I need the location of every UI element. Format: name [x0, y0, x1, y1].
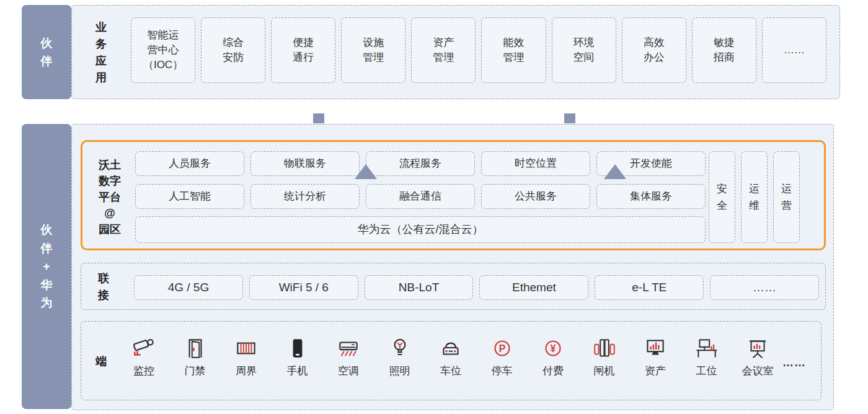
payment-yuan-icon: ¥	[540, 335, 566, 361]
connect-box-4g5g: 4G / 5G	[134, 275, 243, 300]
door-access-icon	[182, 335, 208, 361]
workstation-desk-icon	[694, 335, 720, 361]
app-box-asset: 资产 管理	[411, 17, 476, 83]
terminal-item: 会议室	[737, 335, 778, 378]
digital-platform-label: 沃土 数字 平台 @ 园区	[91, 151, 128, 244]
terminal-item-label: 监控	[133, 364, 154, 378]
terminal-item-label: 资产	[645, 364, 666, 378]
platform-box-personnel: 人员服务	[135, 151, 244, 176]
terminal-item: 照明	[379, 335, 420, 378]
terminal-item-label: 车位	[440, 364, 461, 378]
platform-box-geo: 时空位置	[481, 151, 590, 176]
connectivity-label: 联 接	[91, 269, 116, 305]
terminal-item: 周界	[226, 335, 267, 378]
app-box-facility: 设施 管理	[341, 17, 405, 83]
terminal-item-label: 照明	[389, 364, 410, 378]
terminal-item: 闸机	[584, 335, 625, 378]
pillar-operations: 运 维	[741, 151, 768, 243]
terminal-item-label: 门禁	[185, 364, 206, 378]
terminal-item-label: 会议室	[742, 364, 774, 378]
app-box-environment: 环境 空间	[552, 17, 616, 83]
parking-sign-icon: P	[489, 335, 515, 361]
platform-box-ai: 人工智能	[135, 184, 244, 209]
terminal-more-ellipsis: ……	[782, 356, 806, 369]
platform-box-process: 流程服务	[366, 151, 475, 176]
business-apps-row: 智能运 营中心 （IOC） 综合 安防 便捷 通行 设施 管理 资产 管理 能效…	[131, 17, 826, 83]
platform-box-collective: 集体服务	[596, 184, 706, 209]
connect-box-ethernet: Ethemet	[479, 275, 588, 300]
partner-huawei-sidebar: 伙 伴 + 华 为	[22, 124, 71, 409]
terminal-item-label: 周界	[236, 364, 257, 378]
connector-square	[564, 113, 575, 123]
terminal-item: 手机	[277, 335, 318, 378]
terminal-item: P 停车	[482, 335, 523, 378]
huawei-cloud-box: 华为云（公有云/混合云）	[135, 216, 706, 243]
connectivity-row: 4G / 5G WiFi 5 / 6 NB-LoT Ethemet e-L TE…	[134, 275, 819, 300]
terminal-item: 空调	[328, 335, 369, 378]
platform-box-public: 公共服务	[481, 184, 590, 209]
connector-square	[313, 113, 324, 123]
smartphone-icon	[285, 335, 311, 361]
terminal-item: 资产	[635, 335, 676, 378]
terminal-item-label: 手机	[287, 364, 308, 378]
business-apps-panel: 业 务 应 用 智能运 营中心 （IOC） 综合 安防 便捷 通行 设施 管理 …	[71, 5, 840, 99]
terminal-row: 监控 门禁 周界	[123, 335, 778, 378]
platform-box-comm: 融合通信	[366, 184, 475, 209]
svg-text:P: P	[498, 343, 505, 354]
terminal-item: 监控	[123, 335, 164, 378]
business-apps-label: 业 务 应 用	[89, 16, 113, 89]
app-box-more: ……	[762, 17, 826, 83]
cctv-camera-icon	[131, 335, 157, 361]
app-box-security: 综合 安防	[201, 17, 265, 83]
terminal-item: 工位	[686, 335, 727, 378]
turnstile-gate-icon	[591, 335, 618, 361]
terminal-item: ¥ 付费	[533, 335, 574, 378]
app-box-access: 便捷 通行	[271, 17, 335, 83]
connect-box-more: ……	[710, 275, 819, 300]
terminal-item: 车位	[430, 335, 471, 378]
pillar-business: 运 营	[773, 151, 800, 243]
app-box-energy: 能效 管理	[481, 17, 546, 83]
digital-platform-box: 沃土 数字 平台 @ 园区 人员服务 物联服务 流程服务 时空位置 开发使能 人…	[81, 140, 826, 250]
asset-monitor-icon	[642, 335, 668, 361]
partner-sidebar: 伙 伴	[22, 5, 71, 99]
terminal-label: 端	[91, 349, 111, 374]
car-space-icon	[438, 335, 464, 361]
light-bulb-icon	[387, 335, 413, 361]
terminal-item-label: 空调	[338, 364, 359, 378]
pillar-security: 安 全	[709, 151, 735, 243]
terminal-item: 门禁	[175, 335, 216, 378]
connect-box-wifi: WiFi 5 / 6	[249, 275, 358, 300]
app-box-leasing: 敏捷 招商	[692, 17, 756, 83]
meeting-room-board-icon	[745, 335, 771, 361]
smart-campus-architecture-diagram: 伙 伴 业 务 应 用 智能运 营中心 （IOC） 综合 安防 便捷 通行 设施…	[0, 0, 868, 414]
terminal-item-label: 停车	[492, 364, 513, 378]
app-box-office: 高效 办公	[622, 17, 686, 83]
app-box-ioc: 智能运 营中心 （IOC）	[131, 17, 195, 83]
terminal-item-label: 付费	[542, 364, 564, 378]
terminal-item-label: 闸机	[594, 364, 615, 378]
connect-box-nbiot: NB-LoT	[365, 275, 474, 300]
terminal-panel: 端 监控 门禁	[81, 321, 822, 400]
connectivity-panel: 联 接 4G / 5G WiFi 5 / 6 NB-LoT Ethemet e-…	[81, 263, 826, 310]
svg-text:¥: ¥	[551, 343, 556, 354]
connect-box-elte: e-L TE	[595, 275, 704, 300]
up-arrow-icon	[604, 164, 626, 179]
platform-box-iot: 物联服务	[250, 151, 360, 176]
air-conditioner-icon	[335, 335, 361, 361]
up-arrow-icon	[355, 164, 377, 179]
perimeter-fence-icon	[233, 335, 259, 361]
platform-box-stats: 统计分析	[250, 184, 360, 209]
terminal-item-label: 工位	[696, 364, 717, 378]
